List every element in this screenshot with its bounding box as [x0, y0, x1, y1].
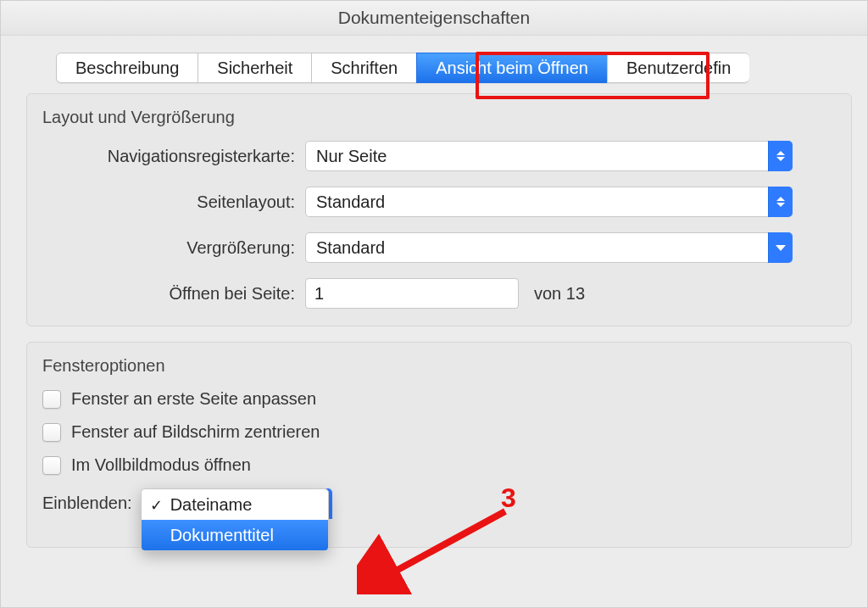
label-oeffnen-bei-seite: Öffnen bei Seite:: [42, 284, 305, 304]
tab-label: Benutzerdefin: [626, 59, 731, 78]
page-count-text: von 13: [534, 284, 585, 304]
group-fensteroptionen: Fensteroptionen Fenster an erste Seite a…: [26, 342, 852, 548]
option-dokumenttitel[interactable]: Dokumenttitel: [142, 520, 328, 550]
option-label: Dateiname: [170, 495, 253, 515]
document-properties-window: Dokumenteigenschaften Beschreibung Siche…: [0, 0, 868, 608]
updown-arrows-icon: [768, 187, 793, 217]
checkbox-fit-first-page[interactable]: [42, 390, 61, 409]
tab-label: Beschreibung: [75, 59, 179, 78]
tab-label: Schriften: [331, 59, 398, 78]
select-navigation[interactable]: Nur Seite: [305, 141, 793, 171]
checkbox-fit-first-page-label: Fenster an erste Seite anpassen: [71, 389, 316, 409]
tab-benutzerdefiniert[interactable]: Benutzerdefin: [607, 53, 749, 83]
check-icon: ✓: [150, 496, 163, 515]
group-layout-title: Layout und Vergrößerung: [42, 108, 836, 127]
input-open-at-page[interactable]: 1: [305, 278, 519, 309]
combobox-vergroesserung-value: Standard: [316, 238, 385, 258]
chevron-down-icon: [768, 232, 793, 263]
annotation-number: 3: [501, 482, 516, 514]
option-label: Dokumenttitel: [170, 526, 274, 545]
group-layout: Layout und Vergrößerung Navigationsregis…: [26, 93, 852, 326]
checkbox-center-on-screen[interactable]: [42, 423, 61, 442]
option-dateiname[interactable]: ✓ Dateiname: [142, 489, 328, 520]
combobox-vergroesserung[interactable]: Standard: [305, 232, 793, 263]
label-navigation: Navigationsregisterkarte:: [42, 147, 305, 166]
row-einblenden: Einblenden: ✓ Dateiname Dokumenttitel: [42, 488, 836, 513]
tab-schriften[interactable]: Schriften: [311, 53, 417, 83]
updown-arrows-icon: [768, 141, 793, 171]
checkbox-fullscreen[interactable]: [42, 456, 61, 475]
input-open-at-page-value: 1: [314, 284, 324, 304]
tab-label: Sicherheit: [217, 59, 292, 78]
tab-beschreibung[interactable]: Beschreibung: [56, 53, 198, 83]
group-fensteroptionen-title: Fensteroptionen: [42, 356, 836, 376]
tab-ansicht-beim-oeffnen[interactable]: Ansicht beim Öffnen: [416, 53, 608, 83]
tab-label: Ansicht beim Öffnen: [436, 59, 588, 78]
select-seitenlayout[interactable]: Standard: [305, 187, 793, 217]
checkbox-center-on-screen-label: Fenster auf Bildschirm zentrieren: [71, 422, 320, 442]
tab-bar: Beschreibung Sicherheit Schriften Ansich…: [56, 53, 852, 83]
label-einblenden: Einblenden:: [42, 488, 132, 513]
label-seitenlayout: Seitenlayout:: [42, 192, 305, 212]
label-vergroesserung: Vergrößerung:: [42, 238, 305, 258]
select-navigation-value: Nur Seite: [316, 147, 387, 166]
window-title: Dokumenteigenschaften: [1, 1, 867, 36]
select-seitenlayout-value: Standard: [316, 192, 385, 212]
window-body: Beschreibung Sicherheit Schriften Ansich…: [1, 36, 867, 548]
checkbox-fullscreen-label: Im Vollbildmodus öffnen: [71, 455, 251, 475]
tab-sicherheit[interactable]: Sicherheit: [198, 53, 312, 83]
window-title-text: Dokumenteigenschaften: [338, 8, 530, 28]
